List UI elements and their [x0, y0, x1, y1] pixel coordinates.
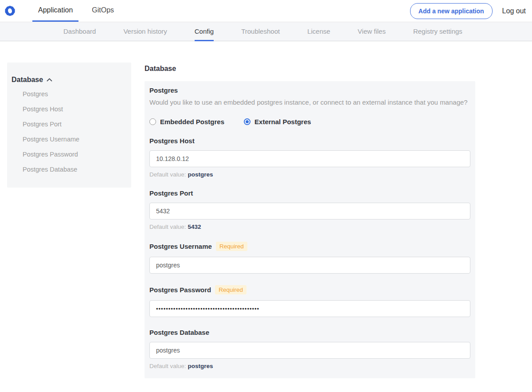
app-logo-icon [4, 5, 16, 16]
config-page: Database Postgres Postgres Host Postgres… [0, 41, 532, 392]
default-value-line: Default value:postgres [149, 363, 470, 369]
field-label: Postgres Username [149, 243, 212, 250]
default-prefix: Default value: [149, 363, 186, 369]
field-postgres-database: Postgres Database Default value:postgres [149, 329, 470, 369]
postgres-port-input[interactable] [149, 203, 470, 220]
field-label: Postgres Host [149, 137, 195, 145]
postgres-password-input[interactable] [149, 300, 470, 317]
subnav-tab-troubleshoot[interactable]: Troubleshoot [241, 22, 280, 41]
required-badge: Required [215, 285, 246, 294]
field-label: Postgres Port [149, 189, 193, 197]
subnav-tab-view-files[interactable]: View files [358, 22, 386, 41]
subnav-tab-registry-settings[interactable]: Registry settings [413, 22, 462, 41]
tab-gitops[interactable]: GitOps [86, 0, 120, 22]
subnav-tab-license[interactable]: License [307, 22, 330, 41]
config-sidebar: Database Postgres Postgres Host Postgres… [7, 63, 131, 188]
field-postgres-username: Postgres Username Required [149, 242, 470, 274]
sidebar-group-label: Database [12, 76, 43, 84]
default-value: postgres [188, 363, 213, 369]
add-application-button[interactable]: Add a new application [410, 3, 493, 19]
radio-unchecked-icon[interactable] [149, 118, 156, 125]
header-right: Add a new application Log out [410, 3, 532, 19]
default-value-line: Default value:postgres [149, 171, 470, 178]
postgres-host-input[interactable] [149, 150, 470, 167]
header-tabs: Application GitOps [32, 0, 120, 22]
subnav-tab-config[interactable]: Config [195, 22, 214, 41]
config-group-panel: Postgres Would you like to use an embedd… [145, 81, 475, 378]
sidebar-item-postgres-database[interactable]: Postgres Database [12, 162, 127, 177]
sidebar-item-postgres-password[interactable]: Postgres Password [12, 147, 127, 162]
subnav-tab-dashboard[interactable]: Dashboard [63, 22, 96, 41]
field-postgres-password: Postgres Password Required [149, 285, 470, 317]
postgres-username-input[interactable] [149, 257, 470, 274]
sidebar-item-postgres-host[interactable]: Postgres Host [12, 102, 127, 117]
field-postgres-port: Postgres Port Default value:5432 [149, 189, 470, 230]
field-label: Postgres Password [149, 286, 211, 294]
section-title: Database [145, 65, 475, 73]
logout-button[interactable]: Log out [502, 7, 526, 15]
group-item-label: Postgres [149, 86, 470, 94]
field-postgres-host: Postgres Host Default value:postgres [149, 137, 470, 178]
sidebar-item-postgres-port[interactable]: Postgres Port [12, 117, 127, 132]
required-badge: Required [216, 242, 247, 251]
radio-label: External Postgres [254, 118, 311, 125]
radio-label: Embedded Postgres [160, 118, 224, 125]
radio-embedded-postgres[interactable]: Embedded Postgres [149, 118, 224, 125]
tab-application[interactable]: Application [32, 0, 78, 22]
postgres-radio-group: Embedded Postgres External Postgres [149, 118, 470, 125]
chevron-up-icon [47, 78, 52, 82]
default-value: postgres [188, 171, 213, 178]
default-value: 5432 [188, 223, 201, 230]
postgres-database-input[interactable] [149, 342, 470, 359]
sidebar-item-postgres-username[interactable]: Postgres Username [12, 132, 127, 147]
sidebar-group-database[interactable]: Database [12, 76, 127, 86]
field-label: Postgres Database [149, 329, 209, 336]
app-subnav: Dashboard Version history Config Trouble… [0, 22, 532, 41]
default-value-line: Default value:5432 [149, 223, 470, 230]
sidebar-item-postgres[interactable]: Postgres [12, 86, 127, 102]
radio-checked-icon[interactable] [244, 118, 250, 125]
default-prefix: Default value: [149, 223, 186, 230]
radio-external-postgres[interactable]: External Postgres [244, 118, 311, 125]
top-header: Application GitOps Add a new application… [0, 0, 532, 22]
group-help-text: Would you like to use an embedded postgr… [149, 98, 470, 106]
config-main: Database Postgres Would you like to use … [145, 63, 475, 392]
subnav-tab-version-history[interactable]: Version history [123, 22, 167, 41]
default-prefix: Default value: [149, 171, 186, 178]
